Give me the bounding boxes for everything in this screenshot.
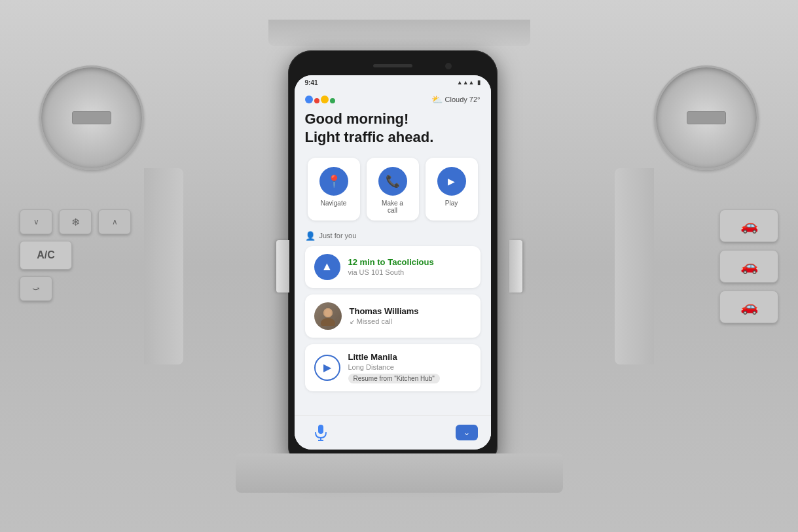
contact-avatar xyxy=(314,302,342,330)
missed-call-arrow-icon: ↙ xyxy=(350,318,355,325)
greeting-line1: Good morning! xyxy=(305,110,481,129)
signal-icon: ▲▲▲ xyxy=(457,79,475,86)
greeting-text: Good morning! Light traffic ahead. xyxy=(305,110,481,147)
header-row: ⛅ Cloudy 72° xyxy=(305,94,481,105)
mount-clamp-left xyxy=(276,240,289,293)
greeting-line2: Light traffic ahead. xyxy=(305,128,481,147)
nav-card-text: 12 min to Tacolicious via US 101 South xyxy=(348,257,471,276)
contact-card[interactable]: Thomas Williams ↙ Missed call xyxy=(305,294,481,338)
navigate-label: Navigate xyxy=(321,200,346,207)
weather-text: Cloudy 72° xyxy=(445,96,481,103)
mount-clamp-right xyxy=(509,240,522,293)
seat-button-2[interactable]: 🚗 xyxy=(719,250,778,283)
resume-badge: Resume from "Kitchen Hub" xyxy=(348,374,440,383)
avatar-silhouette xyxy=(318,306,338,326)
navigate-icon-circle: 📍 xyxy=(319,167,348,196)
music-card[interactable]: ▶ Little Manila Long Distance Resume fro… xyxy=(305,344,481,391)
weather-icon: ⛅ xyxy=(431,94,443,105)
microphone-button[interactable] xyxy=(308,419,334,446)
dot-blue xyxy=(305,96,313,103)
controls-grid: ∨ ❄ ∧ A/C ⤻ xyxy=(20,209,151,301)
dot-red xyxy=(314,98,319,103)
vent-center-right xyxy=(687,111,726,124)
seat-button-3[interactable]: 🚗 xyxy=(719,291,778,323)
ac-button[interactable]: A/C xyxy=(20,241,72,270)
seat-button-1[interactable]: 🚗 xyxy=(719,209,778,242)
left-vent xyxy=(39,65,144,170)
phone-mount: 9:41 ▲▲▲ ▮ xyxy=(288,50,511,482)
fan-controls-row: ∨ ❄ ∧ xyxy=(20,209,151,234)
call-button[interactable]: 📞 Make a call xyxy=(367,158,419,221)
section-text: Just for you xyxy=(319,232,357,239)
play-button[interactable]: ▶ Play xyxy=(426,158,478,221)
play-icon: ▶ xyxy=(448,176,455,186)
music-title: Little Manila xyxy=(348,352,471,362)
status-bar: 9:41 ▲▲▲ ▮ xyxy=(295,75,491,89)
music-subtitle: Long Distance xyxy=(348,363,471,371)
phone-holder: 9:41 ▲▲▲ ▮ xyxy=(288,50,511,482)
ac-row: A/C xyxy=(20,241,151,270)
call-label: Make a call xyxy=(377,200,408,214)
svg-point-1 xyxy=(321,318,335,326)
dash-bottom-slot xyxy=(236,453,563,493)
music-play-icon: ▶ xyxy=(323,361,331,374)
play-label: Play xyxy=(445,200,458,207)
recycle-row: ⤻ xyxy=(20,276,151,301)
section-icon: 👤 xyxy=(305,231,316,241)
recycle-button[interactable]: ⤻ xyxy=(20,276,52,301)
contact-name: Thomas Williams xyxy=(350,306,471,316)
missed-call-text: Missed call xyxy=(357,317,392,325)
status-icons: ▲▲▲ ▮ xyxy=(457,79,481,86)
phone-top-bar xyxy=(295,57,491,75)
phone-speaker xyxy=(373,64,412,67)
nav-arrow-icon: ▲ xyxy=(314,254,340,280)
microphone-icon xyxy=(314,423,328,442)
fan-up-button[interactable]: ∧ xyxy=(98,209,131,234)
assistant-dots xyxy=(305,96,335,103)
phone-camera xyxy=(445,63,452,69)
right-mount-slot xyxy=(615,168,654,364)
fan-icon[interactable]: ❄ xyxy=(59,209,92,234)
svg-rect-4 xyxy=(318,425,323,434)
battery-icon: ▮ xyxy=(477,79,481,86)
dash-top-slot xyxy=(268,20,530,46)
navigate-button[interactable]: 📍 Navigate xyxy=(308,158,360,221)
dot-yellow xyxy=(321,96,329,103)
right-controls-panel: 🚗 🚗 🚗 xyxy=(647,209,778,419)
right-vent xyxy=(654,65,759,170)
music-card-text: Little Manila Long Distance Resume from … xyxy=(348,352,471,383)
play-icon-circle: ▶ xyxy=(437,167,466,196)
call-icon-circle: 📞 xyxy=(378,167,407,196)
weather-badge: ⛅ Cloudy 72° xyxy=(431,94,481,105)
missed-call-indicator: ↙ Missed call xyxy=(350,317,471,325)
status-time: 9:41 xyxy=(305,79,318,86)
expand-icon: ⌄ xyxy=(463,428,470,437)
left-mount-slot xyxy=(144,168,183,364)
nav-card-subtitle: via US 101 South xyxy=(348,268,471,276)
google-assistant-logo xyxy=(305,96,335,103)
call-icon: 📞 xyxy=(386,174,400,188)
navigation-card[interactable]: ▲ 12 min to Tacolicious via US 101 South xyxy=(305,246,481,288)
dot-green xyxy=(330,98,335,103)
phone-device: 9:41 ▲▲▲ ▮ xyxy=(288,50,498,469)
nav-card-title: 12 min to Tacolicious xyxy=(348,257,471,267)
phone-screen: 9:41 ▲▲▲ ▮ xyxy=(295,75,491,450)
vent-center-left xyxy=(72,111,111,124)
bottom-bar: ⌄ xyxy=(295,416,491,450)
expand-button[interactable]: ⌄ xyxy=(456,425,478,440)
dashboard: ∨ ❄ ∧ A/C ⤻ 🚗 🚗 🚗 xyxy=(0,0,798,532)
fan-down-button[interactable]: ∨ xyxy=(20,209,52,234)
music-play-button[interactable]: ▶ xyxy=(314,355,340,381)
section-label: 👤 Just for you xyxy=(305,231,481,241)
left-controls-panel: ∨ ❄ ∧ A/C ⤻ xyxy=(20,209,151,419)
svg-point-3 xyxy=(325,309,331,317)
app-content: ⛅ Cloudy 72° Good morning! Light traffic… xyxy=(295,89,491,445)
action-buttons-row: 📍 Navigate 📞 Make a call xyxy=(305,158,481,221)
contact-card-text: Thomas Williams ↙ Missed call xyxy=(350,306,471,325)
navigate-icon: 📍 xyxy=(327,174,341,188)
